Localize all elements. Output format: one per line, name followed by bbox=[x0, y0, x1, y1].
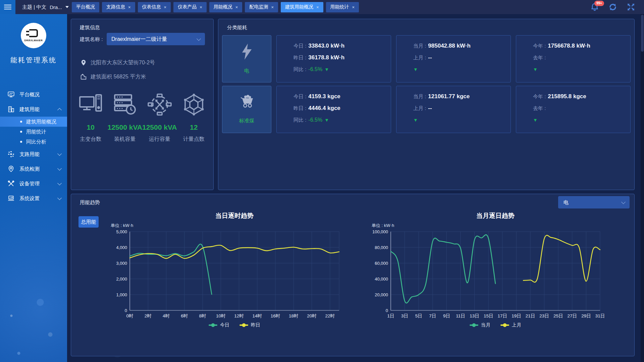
building-stats: 10 主变台数 12500 kVA 装机容量 12500 kVA 运行容量 bbox=[74, 88, 211, 143]
tab-platform-overview[interactable]: 平台概况 bbox=[72, 2, 99, 12]
building-icon bbox=[7, 106, 15, 113]
laptop-chart-icon bbox=[7, 195, 15, 202]
scrollbar-thumb[interactable] bbox=[641, 15, 644, 52]
tab-meter-product[interactable]: 仪表产品× bbox=[173, 2, 207, 12]
fullscreen-button[interactable] bbox=[626, 2, 636, 12]
svg-text:0: 0 bbox=[125, 308, 127, 313]
down-triangle-icon: ▼ bbox=[413, 118, 418, 122]
caret-down-icon bbox=[65, 6, 69, 8]
sidebar-item-device-mgmt[interactable]: 设备管理 bbox=[0, 176, 67, 191]
svg-text:25日: 25日 bbox=[553, 313, 563, 318]
stat-metering-points: 12 计量点数 bbox=[177, 88, 211, 143]
page-scrollbar[interactable] bbox=[641, 14, 644, 362]
topbar: 主题 | 中文 Dra... 平台概况 支路信息× 仪表信息× 仪表产品× 用能… bbox=[0, 0, 644, 14]
tab-power-monitor[interactable]: 配电监测× bbox=[245, 2, 278, 12]
language-theme-selector[interactable]: 主题 | 中文 Dra... bbox=[22, 0, 69, 14]
down-triangle-icon: ▼ bbox=[533, 118, 538, 122]
svg-text:80,000: 80,000 bbox=[375, 245, 388, 250]
svg-text:4时: 4时 bbox=[163, 313, 170, 318]
close-icon[interactable]: × bbox=[235, 5, 238, 9]
svg-text:3,000: 3,000 bbox=[116, 261, 127, 266]
close-icon[interactable]: × bbox=[352, 5, 355, 9]
user-label: Dra... bbox=[50, 4, 62, 10]
chevron-down-icon bbox=[621, 200, 626, 204]
svg-text:单位 : kW·h: 单位 : kW·h bbox=[111, 223, 133, 228]
building-info-panel: 建筑信息 建筑名称 : Draexlmaier一二级计量 沈阳市大东区大望街70… bbox=[71, 19, 214, 190]
svg-text:16时: 16时 bbox=[271, 313, 280, 318]
legend-last-month[interactable]: 上月 bbox=[500, 322, 521, 328]
bullet-icon bbox=[20, 131, 22, 133]
tab-energy-overview[interactable]: 用能概况× bbox=[209, 2, 243, 12]
svg-text:19日: 19日 bbox=[512, 313, 521, 318]
svg-text:0时: 0时 bbox=[126, 313, 133, 318]
sidebar-item-building-energy[interactable]: 建筑用能 bbox=[0, 102, 67, 117]
sidebar-item-branch-energy[interactable]: 支路用能 bbox=[0, 147, 67, 162]
close-icon[interactable]: × bbox=[316, 5, 319, 9]
sidebar-menu: 平台概况 建筑用能 建筑用能概况 用能统计 同比分析 bbox=[0, 87, 67, 206]
tab-meter-info[interactable]: 仪表信息× bbox=[138, 2, 171, 12]
sidebar-subitem-yoy-analysis[interactable]: 同比分析 bbox=[0, 137, 67, 147]
daily-hourly-trend-chart: 当日逐时趋势 单位 : kW·h01,0002,0003,0004,0005,0… bbox=[105, 212, 353, 328]
close-icon[interactable]: × bbox=[271, 5, 274, 9]
building-address-row: 沈阳市大东区大望街70-2号 bbox=[80, 59, 155, 67]
theme-language-label: 主题 | 中文 bbox=[22, 4, 46, 10]
sidebar-subitem-building-energy-overview[interactable]: 建筑用能概况 bbox=[0, 117, 67, 127]
chart-title: 当日逐时趋势 bbox=[105, 212, 353, 222]
electricity-day-card: 今日 :33843.0 kW·h 昨日 :36178.8 kW·h 同比 :-6… bbox=[276, 35, 391, 82]
building-area: 建筑面积 56825 平方米 bbox=[91, 73, 146, 80]
building-name-select[interactable]: Draexlmaier一二级计量 bbox=[107, 33, 205, 45]
coal-cart-icon bbox=[239, 94, 255, 110]
refresh-icon bbox=[608, 2, 618, 12]
svg-text:9日: 9日 bbox=[443, 313, 450, 318]
tab-building-energy-overview[interactable]: 建筑用能概况× bbox=[281, 2, 323, 12]
sidebar-item-system-monitor[interactable]: 系统检测 bbox=[0, 162, 67, 176]
chevron-down-icon bbox=[57, 181, 62, 185]
sidebar-item-system-settings[interactable]: 系统设置 bbox=[0, 191, 67, 206]
panel-title: 分类能耗 bbox=[227, 24, 247, 31]
chevron-down-icon bbox=[197, 37, 201, 41]
electricity-month-card: 当月 :985042.88 kW·h 上月 :-- ▼ bbox=[396, 35, 511, 82]
sidebar-subitem-energy-stats[interactable]: 用能统计 bbox=[0, 127, 67, 137]
svg-text:4,000: 4,000 bbox=[116, 245, 127, 250]
energy-trend-panel: 用能趋势 电 总用能 当日逐时趋势 单位 : kW·h01,0002,0003,… bbox=[71, 194, 635, 356]
svg-text:单位 : kW·h: 单位 : kW·h bbox=[372, 223, 394, 228]
energy-dashboard: 主题 | 中文 Dra... 平台概况 支路信息× 仪表信息× 仪表产品× 用能… bbox=[0, 0, 644, 362]
close-icon[interactable]: × bbox=[200, 5, 202, 9]
svg-text:2时: 2时 bbox=[145, 313, 152, 318]
svg-text:1日: 1日 bbox=[387, 313, 394, 318]
energy-type-select[interactable]: 电 bbox=[558, 196, 630, 208]
notifications-button[interactable]: 99+ bbox=[590, 2, 600, 12]
sidebar-item-platform-overview[interactable]: 平台概况 bbox=[0, 87, 67, 102]
svg-text:0: 0 bbox=[386, 308, 388, 313]
tab-energy-stats[interactable]: 用能统计× bbox=[326, 2, 359, 12]
chart-legend: 当月 上月 bbox=[366, 322, 614, 328]
close-icon[interactable]: × bbox=[164, 5, 167, 9]
bullet-icon bbox=[20, 121, 22, 123]
svg-text:20,000: 20,000 bbox=[375, 292, 388, 297]
svg-text:8时: 8时 bbox=[199, 313, 207, 318]
coal-tile: 标准煤 bbox=[222, 86, 271, 133]
system-title: 能耗管理系统 bbox=[0, 56, 67, 65]
hamburger-icon bbox=[4, 5, 11, 10]
refresh-button[interactable] bbox=[608, 2, 618, 12]
bullet-icon bbox=[20, 141, 22, 143]
map-pin-icon bbox=[7, 165, 15, 173]
legend-current-month[interactable]: 当月 bbox=[470, 322, 490, 328]
tab-branch-info[interactable]: 支路信息× bbox=[102, 2, 135, 12]
svg-text:18时: 18时 bbox=[289, 313, 299, 318]
building-address: 沈阳市大东区大望街70-2号 bbox=[91, 59, 155, 66]
svg-text:10时: 10时 bbox=[216, 313, 226, 318]
total-energy-button[interactable]: 总用能 bbox=[78, 216, 99, 228]
close-icon[interactable]: × bbox=[128, 5, 131, 9]
svg-text:17日: 17日 bbox=[498, 313, 507, 318]
classified-energy-panel: 分类能耗 电 今日 :33843.0 kW·h 昨日 :36178.8 kW·h… bbox=[218, 19, 635, 190]
legend-today[interactable]: 今日 bbox=[209, 322, 229, 328]
tools-icon bbox=[7, 180, 15, 187]
computer-icon bbox=[78, 88, 103, 121]
svg-text:1,000: 1,000 bbox=[116, 292, 127, 297]
legend-yesterday[interactable]: 昨日 bbox=[239, 322, 260, 328]
sidebar-toggle-button[interactable] bbox=[0, 0, 15, 14]
svg-text:13日: 13日 bbox=[470, 313, 479, 318]
panel-title: 用能趋势 bbox=[80, 199, 100, 206]
svg-text:40,000: 40,000 bbox=[375, 277, 388, 282]
